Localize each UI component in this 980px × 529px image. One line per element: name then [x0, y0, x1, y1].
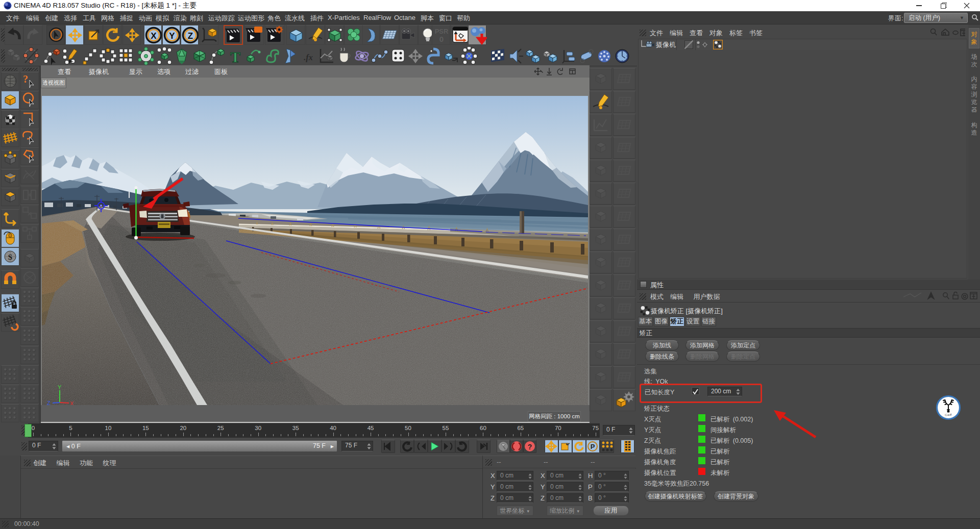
svg-text:行走吧: 行走吧 [944, 414, 952, 416]
svg-text:Z: Z [47, 400, 51, 405]
svg-text:X: X [70, 400, 74, 405]
svg-text:X: X [151, 31, 157, 41]
svg-text:P: P [591, 443, 595, 450]
svg-text:0: 0 [439, 35, 444, 43]
svg-text:?: ? [23, 73, 28, 85]
svg-text:S: S [8, 253, 12, 261]
svg-text:Y: Y [169, 31, 175, 41]
svg-text:PSR: PSR [435, 28, 449, 35]
svg-text:?: ? [528, 443, 532, 451]
svg-text:Y: Y [58, 384, 62, 390]
svg-text:Z: Z [188, 31, 193, 41]
svg-text:T: T [230, 48, 240, 65]
svg-text:.fx: .fx [304, 53, 312, 62]
